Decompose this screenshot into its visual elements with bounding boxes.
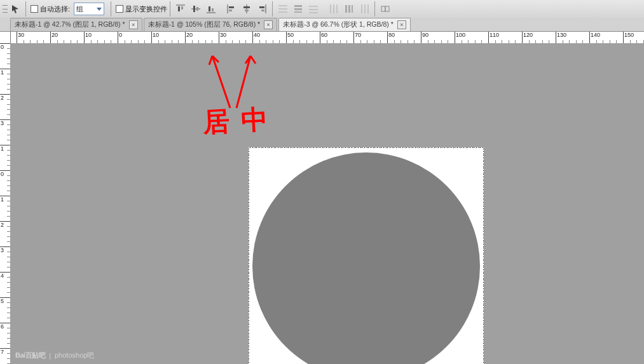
watermark: Bai百贴吧 | photoshop吧 [15, 351, 94, 360]
tab-doc-2[interactable]: 未标题-1 @ 105% (图层 76, RGB/8) *× [144, 18, 278, 31]
distr-right-icon[interactable] [357, 2, 371, 16]
distr-top-icon[interactable] [276, 2, 290, 16]
svg-rect-22 [294, 8, 302, 10]
svg-rect-30 [345, 5, 347, 13]
show-transform-label: 显示变换控件 [125, 4, 167, 14]
svg-rect-31 [348, 5, 350, 13]
distr-vmid-icon[interactable] [291, 2, 305, 16]
document-canvas[interactable] [249, 147, 484, 364]
auto-select-label: 自动选择: [40, 4, 70, 14]
svg-rect-17 [261, 10, 264, 11]
align-top-icon[interactable] [174, 2, 188, 16]
ruler-vertical[interactable]: 0123101234567 [0, 32, 11, 364]
document-tabs: 未标题-1 @ 42.7% (图层 1, RGB/8) *× 未标题-1 @ 1… [0, 18, 644, 32]
grip-icon[interactable] [3, 2, 8, 16]
align-vmid-icon[interactable] [189, 2, 203, 16]
shape-circle[interactable] [252, 152, 480, 364]
move-tool-icon[interactable] [8, 2, 22, 16]
align-left-icon[interactable] [224, 2, 238, 16]
show-transform-checkbox[interactable] [116, 5, 123, 13]
svg-rect-32 [352, 5, 353, 13]
tab-doc-3[interactable]: 未标题-3 @ 66.7% (形状 1, RGB/8) *× [278, 18, 411, 31]
tab-label: 未标题-3 @ 66.7% (形状 1, RGB/8) * [283, 20, 394, 29]
auto-align-icon[interactable] [378, 2, 392, 16]
close-icon[interactable]: × [264, 20, 273, 29]
close-icon[interactable]: × [129, 20, 138, 29]
options-bar: 自动选择: 组 显示变换控件 [0, 0, 644, 18]
tab-doc-1[interactable]: 未标题-1 @ 42.7% (图层 1, RGB/8) *× [10, 18, 142, 31]
svg-rect-23 [294, 11, 302, 13]
svg-rect-10 [229, 6, 234, 8]
svg-rect-2 [181, 6, 183, 10]
annotation-text: 居 中 [202, 101, 271, 140]
align-right-icon[interactable] [255, 2, 269, 16]
distr-left-icon[interactable] [327, 2, 341, 16]
auto-select-dropdown[interactable]: 组 [74, 3, 104, 15]
close-icon[interactable]: × [397, 20, 406, 29]
svg-rect-11 [229, 10, 232, 11]
svg-rect-37 [385, 6, 389, 11]
align-bottom-icon[interactable] [204, 2, 218, 16]
svg-rect-8 [212, 8, 214, 11]
svg-rect-36 [381, 6, 385, 11]
distr-bottom-icon[interactable] [306, 2, 320, 16]
tab-label: 未标题-1 @ 42.7% (图层 1, RGB/8) * [15, 20, 125, 29]
svg-rect-14 [245, 10, 249, 11]
svg-rect-1 [178, 6, 180, 11]
tab-label: 未标题-1 @ 105% (图层 76, RGB/8) * [148, 20, 261, 29]
align-hmid-icon[interactable] [240, 2, 254, 16]
svg-rect-4 [193, 6, 195, 12]
ruler-horizontal[interactable]: 3020100102030405060708090100110120130140… [10, 32, 644, 44]
distr-hmid-icon[interactable] [342, 2, 356, 16]
svg-rect-7 [209, 6, 210, 11]
svg-rect-21 [294, 5, 302, 7]
auto-select-checkbox[interactable] [31, 5, 38, 13]
svg-rect-16 [259, 6, 264, 8]
auto-select-value: 组 [76, 4, 83, 14]
svg-rect-13 [243, 6, 250, 8]
chevron-down-icon [97, 8, 102, 11]
canvas-workspace[interactable]: 居 中 Bai百贴吧 | photoshop吧 [10, 43, 644, 364]
svg-rect-5 [196, 7, 198, 11]
